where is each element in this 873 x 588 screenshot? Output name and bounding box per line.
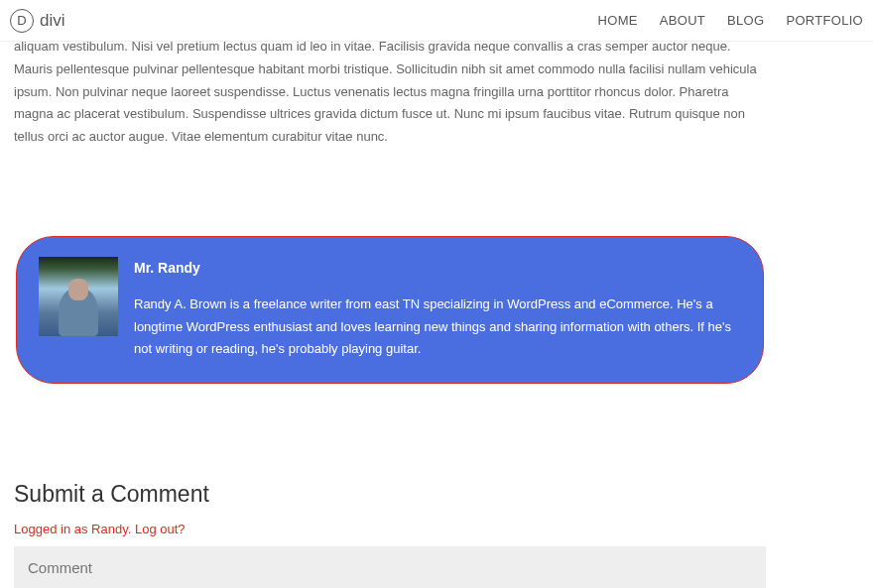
logged-in-link[interactable]: Logged in as Randy bbox=[14, 522, 128, 536]
nav-portfolio[interactable]: PORTFOLIO bbox=[786, 13, 863, 28]
login-info: Logged in as Randy. Log out? bbox=[14, 522, 766, 536]
logo-icon: D bbox=[10, 9, 34, 33]
author-box: Mr. Randy Randy A. Brown is a freelance … bbox=[16, 236, 764, 384]
nav-home[interactable]: HOME bbox=[598, 13, 638, 28]
comment-title: Submit a Comment bbox=[14, 481, 766, 508]
login-separator: . bbox=[128, 522, 135, 536]
comment-textarea[interactable] bbox=[14, 546, 766, 588]
nav-blog[interactable]: BLOG bbox=[727, 13, 764, 28]
login-prefix: Logged in as bbox=[14, 522, 91, 536]
login-username: Randy bbox=[91, 522, 128, 536]
author-bio: Randy A. Brown is a freelance writer fro… bbox=[134, 294, 741, 361]
author-avatar bbox=[39, 257, 118, 336]
logout-link[interactable]: Log out? bbox=[135, 522, 186, 536]
nav-about[interactable]: ABOUT bbox=[660, 13, 705, 28]
logo[interactable]: D divi bbox=[10, 9, 65, 33]
author-info: Mr. Randy Randy A. Brown is a freelance … bbox=[134, 257, 741, 361]
logo-text: divi bbox=[40, 11, 65, 31]
primary-nav: HOME ABOUT BLOG PORTFOLIO bbox=[598, 13, 863, 28]
main-content: aliquam vestibulum. Nisi vel pretium lec… bbox=[0, 36, 873, 588]
article-body: aliquam vestibulum. Nisi vel pretium lec… bbox=[14, 36, 766, 149]
comment-section: Submit a Comment Logged in as Randy. Log… bbox=[14, 481, 766, 588]
author-name: Mr. Randy bbox=[134, 260, 741, 276]
